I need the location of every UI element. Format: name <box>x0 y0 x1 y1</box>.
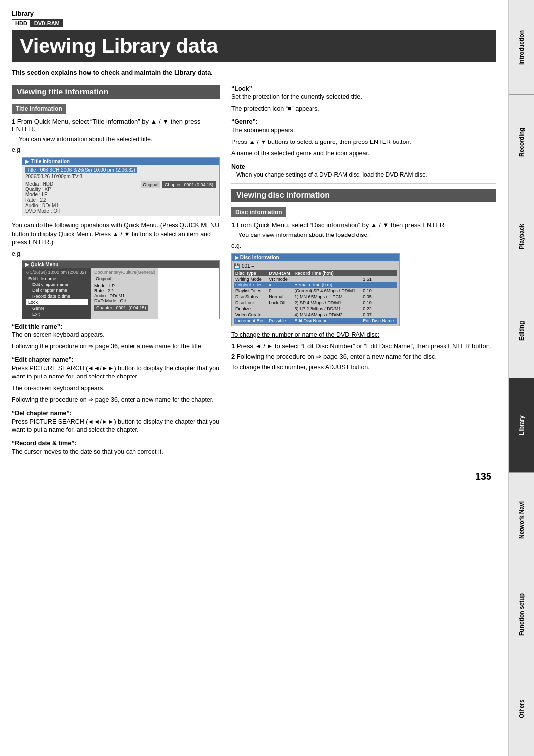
dr1-c3: Remain Time (h:m) <box>293 282 397 288</box>
op-edit-chapter-line1: The on-screen keyboard appears. <box>12 384 220 393</box>
qm-original: Original <box>94 276 113 282</box>
dr7-c3: Edit Disc Number <box>293 318 361 324</box>
disc-info-table: Disc Type DVD-RAM Record Time (h:m) Writ… <box>234 270 397 324</box>
qm-chapter-badge: Chapter : 0001 (0:04:15) <box>94 305 148 311</box>
screen-body: Title : 006 3CH 2006 3/26(Su) 10:00 pm (… <box>22 165 219 216</box>
lock-section: “Lock” Set the protection for the curren… <box>231 85 496 113</box>
note-box: Note When you change settings of a DVD-R… <box>231 163 496 178</box>
disc-screen-title-bar: ▶ Disc information <box>232 254 399 261</box>
disc-screen-title-text: Disc information <box>240 255 279 260</box>
qm-item-0: Edit title name <box>26 276 88 282</box>
adjust-note: To change the disc number, press ADJUST … <box>231 363 496 372</box>
dr5-c1: Finalize <box>234 306 267 312</box>
dr2-c4: 0:10 <box>361 288 397 294</box>
quick-menu-items-list: 6 3/26(Su) 10:00 pm (2:06:32) Edit title… <box>22 268 91 319</box>
op-edit-title: “Edit title name”: The on-screen keyboar… <box>12 323 220 351</box>
sidebar-tab-library[interactable]: Library <box>509 378 534 472</box>
dr7-c1: Increment Rec <box>234 318 267 324</box>
two-col-layout: Viewing title information Title informat… <box>12 85 496 461</box>
disc-row-3: Disc Status Normal 1) MN 6.5Mbps / L-PCM… <box>234 294 397 300</box>
op-record-date: “Record date & time”: The cursor moves t… <box>12 440 220 457</box>
dr5-c4: 0:22 <box>361 306 397 312</box>
sidebar-tab-recording-label: Recording <box>518 127 525 156</box>
sidebar-tab-function-setup-label: Function setup <box>518 593 525 636</box>
dr1-c2: 4 <box>267 282 293 288</box>
dr6-c4: 0:07 <box>361 312 397 318</box>
qm-audio: Audio : DD/ M1 <box>94 293 155 298</box>
disc-number: 001 – <box>242 263 254 269</box>
sidebar-tab-recording[interactable]: Recording <box>509 94 534 189</box>
quick-menu-mockup: ▶ Quick Menu 6 3/26(Su) 10:00 pm (2:06:3… <box>22 260 220 319</box>
disc-step3-number: 2 <box>231 353 235 360</box>
sidebar-tab-playback[interactable]: Playback <box>509 189 534 284</box>
title-section-header: Viewing title information <box>12 85 220 99</box>
screen-left-info: Media : HDD Quality : XP Mode : LP Rate … <box>25 181 119 214</box>
section-divider <box>231 183 496 184</box>
screen-title-text: Title information <box>31 159 70 164</box>
sidebar-tab-function-setup[interactable]: Function setup <box>509 567 534 662</box>
quality-label: Quality : XP <box>25 187 119 192</box>
disc-section-header: Viewing disc information <box>231 189 496 202</box>
title-step1: 1 From Quick Menu, select “Title informa… <box>12 118 220 133</box>
eg-label-title: e.g. <box>12 146 220 153</box>
dr6-c1: Video Create <box>234 312 267 318</box>
page-intro: This section explains how to check and m… <box>12 69 496 76</box>
left-column: Viewing title information Title informat… <box>12 85 220 461</box>
screen-title-bar: ▶ Title information <box>22 158 219 165</box>
op-del-chapter-term: “Del chapter name”: <box>12 410 220 417</box>
disc-step1-text: From Quick Menu, select “Disc informatio… <box>237 221 446 229</box>
dr7-c4: Edit Disc Name <box>361 318 397 324</box>
quick-menu-preview: Documentary/Culture(General) Original Mo… <box>91 268 158 319</box>
screen-date-label: 2006/03/26 10:00pm TV:3 <box>25 174 82 179</box>
note-title: Note <box>231 163 496 170</box>
mode-label: Mode : LP <box>25 192 119 197</box>
sidebar-tab-editing[interactable]: Editing <box>509 284 534 378</box>
disc-screen-icon: ▶ <box>235 255 239 260</box>
dr4-c4: 0:10 <box>361 300 397 306</box>
disc-icon: 💾 <box>234 263 240 269</box>
sidebar-tab-network-navi[interactable]: Network Navi <box>509 472 534 567</box>
op-edit-title-term: “Edit title name”: <box>12 323 220 330</box>
qm-row-info: 6 3/26(Su) 10:00 pm (2:06:32) <box>26 270 88 275</box>
dr3-c1: Disc Status <box>234 294 267 300</box>
op-edit-title-line0: The on-screen keyboard appears. <box>12 331 220 340</box>
screen-date-row: 2006/03/26 10:00pm TV:3 <box>25 174 216 179</box>
dr4-c2: Lock Off <box>267 300 293 306</box>
qm-item-1: Edit chapter name <box>26 282 88 287</box>
op-edit-chapter-line0: Press PICTURE SEARCH (◄◄/►►) button to d… <box>12 364 220 381</box>
dr0-c4: 1:51 <box>361 276 397 282</box>
genre-section: “Genre”: The submenu appears. Press ▲ / … <box>231 118 496 158</box>
dr7-c2: Possible <box>267 318 293 324</box>
dr3-c2: Normal <box>267 294 293 300</box>
main-content: Library HDD DVD-RAM Viewing Library data… <box>0 0 508 756</box>
op-edit-chapter: “Edit chapter name”: Press PICTURE SEARC… <box>12 356 220 405</box>
page-number: 135 <box>12 471 496 482</box>
disc-row-5: Finalize — 3) LP 2.2Mbps / DD/M1: 0:22 <box>234 306 397 312</box>
dt-h3: Record Time (h:m) <box>293 270 397 276</box>
disc-screen-body: 💾 001 – Disc Type DVD-RAM Record Time (h… <box>232 261 399 326</box>
screen-icon: ▶ <box>25 159 29 164</box>
dr4-c1: Disc Lock <box>234 300 267 306</box>
qm-item-exit: Exit <box>26 311 88 317</box>
breadcrumb: Library <box>12 10 496 17</box>
lock-line0: Set the protection for the currently sel… <box>231 93 496 102</box>
media-label: Media : HDD <box>25 181 119 187</box>
screen-title-row: Title : 006 3CH 2006 3/26(Su) 10:00 pm (… <box>25 167 216 173</box>
sidebar-tab-others[interactable]: Others <box>509 662 534 756</box>
sidebar-tab-introduction[interactable]: Introduction <box>509 0 534 94</box>
format-dvdram: DVD-RAM <box>31 19 63 27</box>
dr1-c1: Original Titles <box>234 282 267 288</box>
dr3-c4: 0:05 <box>361 294 397 300</box>
qm-item-3: Record date & time <box>26 293 88 299</box>
note-text: When you change settings of a DVD-RAM di… <box>236 171 496 178</box>
op-record-date-line0: The cursor moves to the date so that you… <box>12 448 220 457</box>
qm-item-lock: Lock <box>26 299 88 305</box>
op-del-chapter-line0: Press PICTURE SEARCH (◄◄/►►) button to d… <box>12 418 220 435</box>
disc-row-0: Writing Mode VR mode 1:51 <box>234 276 397 282</box>
title-info-label: Title information <box>12 104 66 114</box>
op-record-date-term: “Record date & time”: <box>12 440 220 447</box>
dr3-c3: 1) MN 6.5Mbps / L-PCM : <box>293 294 361 300</box>
quick-menu-body: 6 3/26(Su) 10:00 pm (2:06:32) Edit title… <box>22 268 219 319</box>
dr5-c2: — <box>267 306 293 312</box>
disc-row-4: Disc Lock Lock Off 2) SP 4.6Mbps / DD/M1… <box>234 300 397 306</box>
